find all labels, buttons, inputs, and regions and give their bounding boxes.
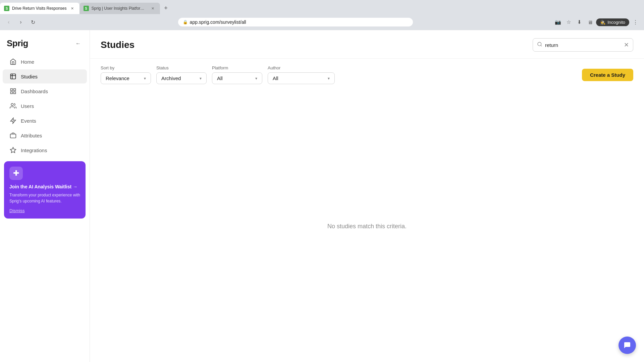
- ai-promo-title[interactable]: Join the AI Analysis Waitlist →: [9, 184, 80, 189]
- status-select[interactable]: Archived ▾: [156, 72, 207, 84]
- sidebar-logo-area: Sprig ←: [0, 30, 90, 54]
- tab-2[interactable]: S Sprig | User Insights Platform for... …: [79, 3, 160, 14]
- back-button[interactable]: ‹: [4, 17, 13, 27]
- studies-icon: [9, 73, 17, 80]
- integrations-icon: [9, 146, 17, 154]
- create-study-button[interactable]: Create a Study: [582, 69, 633, 81]
- sort-by-label: Sort by: [101, 65, 151, 70]
- empty-state: No studies match this criteria.: [90, 91, 644, 362]
- lock-icon: 🔒: [183, 20, 188, 24]
- main-content: Studies ✕ Sort by Relevance ▾: [90, 30, 644, 362]
- new-tab-button[interactable]: +: [161, 3, 171, 13]
- author-value: All: [273, 75, 278, 81]
- platform-chevron-icon: ▾: [255, 76, 257, 81]
- sprig-logo: Sprig: [7, 38, 28, 49]
- download-icon[interactable]: ⬇: [575, 17, 584, 27]
- svg-rect-9: [10, 134, 16, 138]
- home-icon: [9, 58, 17, 65]
- sidebar-item-home[interactable]: Home: [3, 55, 87, 69]
- ai-promo-icon: ✚: [9, 167, 23, 180]
- sidebar-collapse-button[interactable]: ←: [73, 39, 83, 48]
- more-options-icon[interactable]: ⋮: [631, 17, 640, 27]
- ai-promo-description: Transform your product experience with S…: [9, 192, 80, 204]
- status-label: Status: [156, 65, 207, 70]
- forward-button[interactable]: ›: [16, 17, 25, 27]
- sidebar-item-integrations-label: Integrations: [21, 147, 47, 153]
- platform-select[interactable]: All ▾: [212, 72, 262, 84]
- app-layout: Sprig ← Home: [0, 30, 644, 362]
- tab-2-favicon: S: [84, 6, 89, 11]
- status-filter: Status Archived ▾: [156, 65, 207, 84]
- author-label: Author: [268, 65, 335, 70]
- platform-label: Platform: [212, 65, 262, 70]
- bookmark-icon[interactable]: ☆: [564, 17, 573, 27]
- author-filter: Author All ▾: [268, 65, 335, 84]
- svg-rect-4: [14, 89, 16, 91]
- tab-1-favicon: S: [4, 6, 9, 11]
- address-input[interactable]: 🔒 app.sprig.com/surveylist/all: [178, 18, 413, 26]
- sort-by-select[interactable]: Relevance ▾: [101, 72, 151, 84]
- ai-promo-dismiss-button[interactable]: Dismiss: [9, 208, 80, 213]
- device-icon[interactable]: 🖥: [585, 17, 595, 27]
- search-input[interactable]: [545, 42, 621, 48]
- empty-state-text: No studies match this criteria.: [327, 223, 407, 230]
- attributes-icon: [9, 132, 17, 139]
- sidebar-item-home-label: Home: [21, 59, 34, 65]
- sidebar-resize-handle[interactable]: [88, 30, 90, 362]
- dashboards-icon: [9, 87, 17, 95]
- sort-by-filter: Sort by Relevance ▾: [101, 65, 151, 84]
- sidebar-item-events-label: Events: [21, 118, 36, 124]
- author-select[interactable]: All ▾: [268, 72, 335, 84]
- incognito-button[interactable]: 🕵 Incognito: [596, 18, 629, 26]
- page-title: Studies: [101, 40, 135, 50]
- search-box[interactable]: ✕: [533, 38, 633, 52]
- sidebar-item-users[interactable]: Users: [3, 99, 87, 113]
- users-icon: [9, 102, 17, 110]
- toolbar-right: 📷 ☆ ⬇ 🖥 🕵 Incognito ⋮: [553, 17, 640, 27]
- svg-rect-3: [11, 89, 13, 91]
- sidebar: Sprig ← Home: [0, 30, 90, 362]
- sidebar-item-attributes-label: Attributes: [21, 133, 42, 138]
- sort-by-chevron-icon: ▾: [144, 76, 146, 81]
- reload-button[interactable]: ↻: [28, 17, 38, 27]
- sidebar-scroll: Sprig ← Home: [0, 30, 90, 362]
- tab-2-title: Sprig | User Insights Platform for...: [92, 6, 147, 11]
- sidebar-item-events[interactable]: Events: [3, 114, 87, 128]
- camera-icon[interactable]: 📷: [553, 17, 562, 27]
- platform-value: All: [217, 75, 223, 81]
- platform-filter: Platform All ▾: [212, 65, 262, 84]
- browser-chrome: S Drive Return Visits Responses ✕ S Spri…: [0, 0, 644, 30]
- sidebar-item-users-label: Users: [21, 103, 34, 109]
- sort-by-value: Relevance: [106, 75, 129, 81]
- address-bar: ‹ › ↻ 🔒 app.sprig.com/surveylist/all 📷 ☆…: [0, 14, 644, 30]
- svg-marker-8: [11, 118, 16, 124]
- tab-2-close[interactable]: ✕: [150, 5, 156, 11]
- sidebar-item-studies[interactable]: Studies: [3, 69, 87, 83]
- svg-rect-6: [14, 92, 16, 94]
- search-clear-icon[interactable]: ✕: [624, 41, 629, 49]
- status-value: Archived: [161, 75, 181, 81]
- sidebar-item-integrations[interactable]: Integrations: [3, 143, 87, 157]
- address-bar-middle: 🔒 app.sprig.com/surveylist/all: [40, 18, 550, 26]
- incognito-avatar: 🕵: [600, 20, 605, 25]
- collapse-icon: ←: [75, 41, 81, 47]
- svg-rect-0: [11, 74, 16, 79]
- sidebar-item-dashboards-label: Dashboards: [21, 88, 48, 94]
- svg-point-7: [11, 104, 13, 106]
- search-icon: [537, 42, 542, 48]
- chat-widget-button[interactable]: [619, 337, 636, 354]
- sidebar-nav: Home Studies: [0, 55, 90, 157]
- sidebar-item-attributes[interactable]: Attributes: [3, 128, 87, 142]
- studies-header: Studies ✕: [90, 30, 644, 59]
- filters-row: Sort by Relevance ▾ Status Archived ▾ Pl…: [90, 59, 644, 91]
- tab-1[interactable]: S Drive Return Visits Responses ✕: [0, 3, 79, 14]
- tab-1-title: Drive Return Visits Responses: [12, 6, 67, 11]
- sidebar-item-studies-label: Studies: [21, 74, 38, 79]
- sidebar-item-dashboards[interactable]: Dashboards: [3, 84, 87, 98]
- author-chevron-icon: ▾: [328, 76, 330, 81]
- svg-rect-5: [11, 92, 13, 94]
- incognito-label: Incognito: [607, 20, 625, 25]
- status-chevron-icon: ▾: [200, 76, 202, 81]
- address-text: app.sprig.com/surveylist/all: [190, 19, 408, 25]
- tab-1-close[interactable]: ✕: [69, 5, 75, 11]
